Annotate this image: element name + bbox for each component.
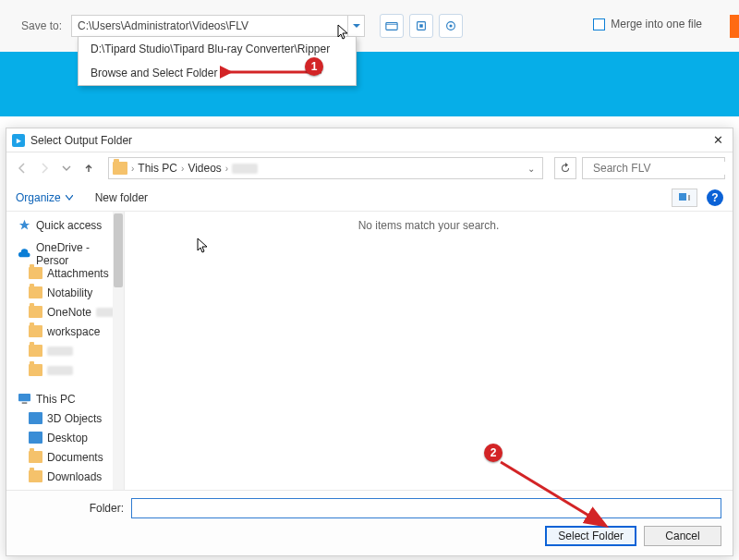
breadcrumb-dropdown[interactable]: ⌄	[524, 164, 539, 174]
scrollbar-thumb[interactable]	[114, 213, 123, 287]
dialog-titlebar: ▸ Select Output Folder ✕	[6, 128, 733, 152]
arrow-right-icon	[39, 163, 50, 174]
breadcrumb-redacted	[232, 164, 258, 174]
merge-checkbox-wrap[interactable]: Merge into one file	[593, 18, 702, 30]
save-path-dropdown-menu: D:\Tipard Studio\Tipard Blu-ray Converte…	[78, 36, 357, 86]
convert-button-edge[interactable]	[730, 15, 739, 38]
breadcrumb-bar[interactable]: › This PC › Videos › ⌄	[108, 157, 543, 179]
arrow-up-icon	[83, 163, 94, 174]
refresh-button[interactable]	[554, 157, 576, 179]
chevron-down-icon	[353, 24, 360, 28]
search-field[interactable]	[582, 157, 725, 179]
folder-icon	[29, 451, 42, 463]
breadcrumb-separator: ›	[181, 164, 184, 174]
breadcrumb-separator: ›	[131, 164, 134, 174]
folder-icon	[29, 364, 42, 376]
star-icon	[18, 219, 31, 231]
folder-icon	[29, 306, 42, 318]
dialog-close-button[interactable]: ✕	[709, 131, 727, 150]
gear-icon	[444, 19, 457, 32]
nav-forward-button[interactable]	[36, 160, 53, 177]
dropdown-item-recent-path[interactable]: D:\Tipard Studio\Tipard Blu-ray Converte…	[79, 37, 356, 61]
sidebar-item-quick-access[interactable]: Quick access	[12, 215, 124, 235]
merge-label: Merge into one file	[611, 18, 702, 30]
svg-rect-2	[419, 24, 423, 28]
folder-icon	[29, 286, 42, 298]
sidebar-item-3d-objects[interactable]: 3D Objects	[12, 408, 124, 428]
desktop-icon	[29, 432, 42, 444]
svg-rect-10	[22, 402, 28, 404]
svg-rect-9	[18, 394, 30, 401]
save-path-dropdown-button[interactable]	[348, 15, 365, 37]
folder-icon	[29, 470, 42, 482]
dialog-app-icon: ▸	[12, 134, 25, 147]
nav-up-button[interactable]	[80, 160, 97, 177]
sidebar-item-downloads[interactable]: Downloads	[12, 467, 124, 486]
sidebar-item-redacted[interactable]	[12, 341, 124, 360]
folder-icon	[29, 325, 42, 337]
refresh-icon	[560, 163, 571, 174]
open-folder-button[interactable]	[380, 14, 404, 38]
sidebar-item-notability[interactable]: Notability	[12, 283, 124, 302]
save-to-label: Save to:	[21, 19, 62, 32]
cancel-button[interactable]: Cancel	[644, 526, 721, 546]
sidebar-item-this-pc[interactable]: This PC	[12, 389, 124, 408]
sidebar-item-documents[interactable]: Documents	[12, 447, 124, 467]
sidebar-item-workspace[interactable]: workspace	[12, 322, 124, 341]
sidebar-item-onenote[interactable]: OneNote	[12, 302, 124, 322]
chevron-down-icon	[62, 164, 71, 173]
folder-name-input[interactable]	[131, 498, 721, 518]
redacted-text	[47, 347, 73, 356]
select-folder-dialog: ▸ Select Output Folder ✕ › This PC › Vid…	[6, 128, 733, 556]
dialog-toolbar: Organize New folder ?	[6, 184, 733, 212]
dialog-sidebar: Quick access OneDrive - Persor Attachmen…	[6, 212, 125, 490]
breadcrumb-videos[interactable]: Videos	[188, 162, 221, 175]
dialog-nav-row: › This PC › Videos › ⌄	[6, 152, 733, 184]
breadcrumb-separator: ›	[225, 164, 228, 174]
svg-point-4	[449, 24, 452, 27]
organize-menu[interactable]: Organize	[16, 191, 73, 204]
folder-icon	[113, 162, 127, 175]
help-button[interactable]: ?	[707, 189, 723, 206]
arrow-left-icon	[17, 163, 28, 174]
folder-field-label: Folder:	[18, 502, 124, 515]
3d-icon	[29, 412, 42, 424]
search-input[interactable]	[593, 162, 732, 175]
cloud-icon	[18, 248, 31, 260]
dialog-footer: Folder: Select Folder Cancel	[6, 490, 733, 555]
select-folder-button[interactable]: Select Folder	[545, 526, 636, 546]
new-folder-button[interactable]: New folder	[95, 191, 148, 204]
organize-label: Organize	[16, 191, 61, 204]
nav-recent-button[interactable]	[58, 160, 75, 177]
dropdown-item-browse[interactable]: Browse and Select Folder	[79, 61, 356, 85]
folder-open-icon	[385, 19, 398, 32]
sidebar-item-attachments[interactable]: Attachments	[12, 263, 124, 283]
chevron-down-icon	[66, 195, 73, 201]
sidebar-scrollbar[interactable]	[113, 212, 124, 490]
sidebar-item-redacted[interactable]	[12, 360, 124, 380]
view-icon	[678, 192, 691, 203]
save-path-input[interactable]	[71, 15, 348, 37]
dialog-title: Select Output Folder	[30, 134, 709, 147]
folder-icon	[29, 267, 42, 279]
folder-icon	[29, 345, 42, 357]
redacted-text	[47, 366, 73, 375]
sidebar-item-desktop[interactable]: Desktop	[12, 428, 124, 447]
sidebar-item-onedrive[interactable]: OneDrive - Persor	[12, 244, 124, 263]
chip-icon	[415, 19, 428, 32]
svg-rect-0	[386, 23, 397, 30]
merge-checkbox[interactable]	[593, 18, 605, 30]
dialog-body: Quick access OneDrive - Persor Attachmen…	[6, 212, 733, 490]
view-options-button[interactable]	[672, 189, 697, 207]
empty-message: No items match your search.	[125, 219, 733, 232]
dialog-content-area: No items match your search.	[125, 212, 733, 490]
pc-icon	[18, 393, 31, 405]
svg-rect-8	[679, 193, 686, 201]
settings-button[interactable]	[439, 14, 463, 38]
nav-back-button[interactable]	[14, 160, 30, 177]
gpu-accel-button[interactable]	[409, 14, 433, 38]
breadcrumb-this-pc[interactable]: This PC	[138, 162, 177, 175]
